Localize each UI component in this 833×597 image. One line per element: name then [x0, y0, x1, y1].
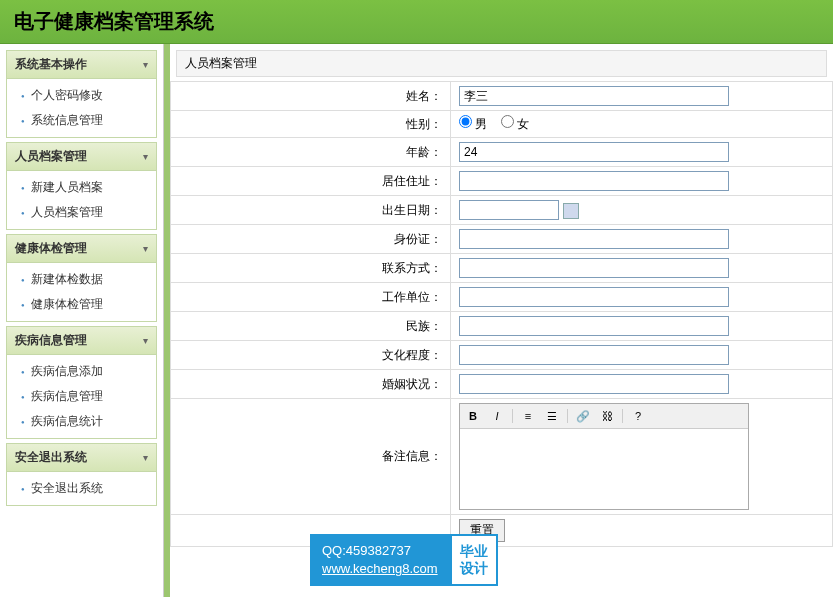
nav-item-password[interactable]: 个人密码修改	[7, 83, 156, 108]
label-name: 姓名：	[171, 82, 451, 111]
help-icon[interactable]: ?	[629, 407, 647, 425]
label-gender: 性别：	[171, 111, 451, 138]
nav-item-sysinfo[interactable]: 系统信息管理	[7, 108, 156, 133]
nav-title: 安全退出系统	[15, 449, 87, 466]
sidebar: 系统基本操作 ▾ 个人密码修改 系统信息管理 人员档案管理 ▾ 新建人员档案 人…	[0, 44, 164, 597]
main-panel: 人员档案管理 姓名： 性别： 男 女 年龄： 居住住址： 出生日期： 身份	[170, 44, 833, 597]
radio-female[interactable]	[501, 115, 514, 128]
nav-title: 疾病信息管理	[15, 332, 87, 349]
input-idcard[interactable]	[459, 229, 729, 249]
nav-title: 系统基本操作	[15, 56, 87, 73]
input-marital[interactable]	[459, 374, 729, 394]
input-work[interactable]	[459, 287, 729, 307]
input-address[interactable]	[459, 171, 729, 191]
watermark-qq: QQ:459382737	[322, 542, 438, 560]
nav-items: 新建体检数据 健康体检管理	[7, 263, 156, 321]
radio-male-label[interactable]: 男	[459, 117, 487, 131]
ordered-list-icon[interactable]: ≡	[519, 407, 537, 425]
panel-title: 人员档案管理	[176, 50, 827, 77]
nav-group-health: 健康体检管理 ▾ 新建体检数据 健康体检管理	[6, 234, 157, 322]
label-edu: 文化程度：	[171, 341, 451, 370]
chevron-down-icon: ▾	[143, 59, 148, 70]
label-ethnic: 民族：	[171, 312, 451, 341]
nav-header-system[interactable]: 系统基本操作 ▾	[7, 51, 156, 79]
label-birth: 出生日期：	[171, 196, 451, 225]
nav-items: 新建人员档案 人员档案管理	[7, 171, 156, 229]
gender-radio-group: 男 女	[459, 117, 539, 131]
watermark-brand1: 毕业	[460, 543, 488, 560]
nav-group-archive: 人员档案管理 ▾ 新建人员档案 人员档案管理	[6, 142, 157, 230]
chevron-down-icon: ▾	[143, 151, 148, 162]
label-age: 年龄：	[171, 138, 451, 167]
label-contact: 联系方式：	[171, 254, 451, 283]
unlink-icon[interactable]: ⛓	[598, 407, 616, 425]
nav-header-health[interactable]: 健康体检管理 ▾	[7, 235, 156, 263]
radio-female-label[interactable]: 女	[501, 117, 529, 131]
input-ethnic[interactable]	[459, 316, 729, 336]
main-container: 系统基本操作 ▾ 个人密码修改 系统信息管理 人员档案管理 ▾ 新建人员档案 人…	[0, 44, 833, 597]
toolbar-separator	[622, 409, 623, 423]
input-birth[interactable]	[459, 200, 559, 220]
input-contact[interactable]	[459, 258, 729, 278]
nav-group-exit: 安全退出系统 ▾ 安全退出系统	[6, 443, 157, 506]
nav-group-system: 系统基本操作 ▾ 个人密码修改 系统信息管理	[6, 50, 157, 138]
nav-header-archive[interactable]: 人员档案管理 ▾	[7, 143, 156, 171]
nav-item-manage-health[interactable]: 健康体检管理	[7, 292, 156, 317]
watermark-brand2: 设计	[460, 560, 488, 577]
radio-male[interactable]	[459, 115, 472, 128]
input-edu[interactable]	[459, 345, 729, 365]
nav-item-disease-add[interactable]: 疾病信息添加	[7, 359, 156, 384]
label-idcard: 身份证：	[171, 225, 451, 254]
unordered-list-icon[interactable]: ☰	[543, 407, 561, 425]
editor-textarea[interactable]	[460, 429, 748, 509]
nav-title: 人员档案管理	[15, 148, 87, 165]
watermark: QQ:459382737 www.kecheng8.com 毕业 设计	[310, 534, 498, 586]
watermark-right: 毕业 设计	[450, 534, 498, 586]
rich-editor: B I ≡ ☰ 🔗 ⛓ ?	[459, 403, 749, 510]
nav-header-disease[interactable]: 疾病信息管理 ▾	[7, 327, 156, 355]
italic-icon[interactable]: I	[488, 407, 506, 425]
nav-item-manage-archive[interactable]: 人员档案管理	[7, 200, 156, 225]
chevron-down-icon: ▾	[143, 452, 148, 463]
input-name[interactable]	[459, 86, 729, 106]
link-icon[interactable]: 🔗	[574, 407, 592, 425]
label-address: 居住住址：	[171, 167, 451, 196]
nav-header-exit[interactable]: 安全退出系统 ▾	[7, 444, 156, 472]
label-remark: 备注信息：	[171, 399, 451, 515]
nav-item-new-archive[interactable]: 新建人员档案	[7, 175, 156, 200]
calendar-icon[interactable]	[563, 203, 579, 219]
watermark-left: QQ:459382737 www.kecheng8.com	[310, 534, 450, 586]
label-marital: 婚姻状况：	[171, 370, 451, 399]
input-age[interactable]	[459, 142, 729, 162]
label-work: 工作单位：	[171, 283, 451, 312]
chevron-down-icon: ▾	[143, 243, 148, 254]
nav-item-disease-manage[interactable]: 疾病信息管理	[7, 384, 156, 409]
nav-item-exit[interactable]: 安全退出系统	[7, 476, 156, 501]
nav-items: 安全退出系统	[7, 472, 156, 505]
nav-item-disease-stats[interactable]: 疾病信息统计	[7, 409, 156, 434]
app-title: 电子健康档案管理系统	[14, 8, 819, 35]
nav-items: 个人密码修改 系统信息管理	[7, 79, 156, 137]
watermark-url: www.kecheng8.com	[322, 561, 438, 576]
app-header: 电子健康档案管理系统	[0, 0, 833, 44]
form-table: 姓名： 性别： 男 女 年龄： 居住住址： 出生日期： 身份证：	[170, 81, 833, 547]
nav-title: 健康体检管理	[15, 240, 87, 257]
toolbar-separator	[567, 409, 568, 423]
bold-icon[interactable]: B	[464, 407, 482, 425]
nav-group-disease: 疾病信息管理 ▾ 疾病信息添加 疾病信息管理 疾病信息统计	[6, 326, 157, 439]
toolbar-separator	[512, 409, 513, 423]
chevron-down-icon: ▾	[143, 335, 148, 346]
nav-item-new-health[interactable]: 新建体检数据	[7, 267, 156, 292]
nav-items: 疾病信息添加 疾病信息管理 疾病信息统计	[7, 355, 156, 438]
editor-toolbar: B I ≡ ☰ 🔗 ⛓ ?	[460, 404, 748, 429]
